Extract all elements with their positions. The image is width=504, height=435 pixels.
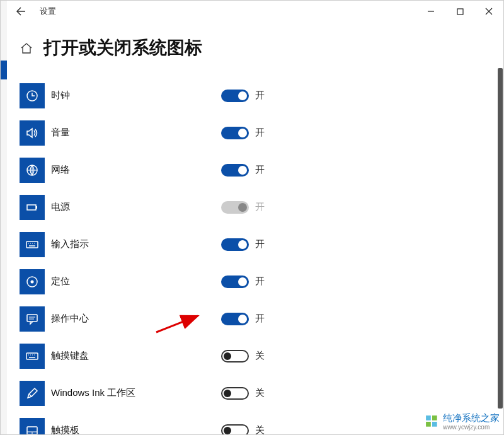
toggle-action-center[interactable] [221,313,249,325]
toggle-wrap: 关 [221,424,303,435]
svg-rect-4 [432,415,437,420]
toggle-clock[interactable] [221,90,249,102]
minimize-button[interactable] [416,1,445,22]
home-icon [20,42,33,54]
setting-row-touch-kbd: 触摸键盘关 [20,337,492,374]
setting-label: Windows Ink 工作区 [51,387,135,399]
toggle-wrap: 关 [221,350,303,362]
icon-tile [20,381,45,406]
toggle-wrap: 关 [221,387,303,400]
window-caption-buttons [416,1,503,22]
touchpad-icon [25,424,39,435]
icon-tile [20,418,45,435]
setting-label: 网络 [51,164,70,176]
toggle-wrap: 开 [221,164,303,177]
setting-label: 时钟 [51,90,70,102]
setting-row-clock: 时钟开 [20,77,492,114]
setting-label: 定位 [51,276,70,287]
toggle-state-label: 开 [255,127,265,139]
watermark-url: www.ycwjzy.com [443,424,500,431]
setting-row-volume: 音量开 [20,114,492,151]
setting-row-ink: Windows Ink 工作区关 [20,374,492,412]
globe-icon [25,163,39,177]
maximize-button[interactable] [445,1,474,22]
toggle-state-label: 开 [255,313,265,325]
setting-row-touchpad: 触摸板关 [20,412,492,434]
toggle-state-label: 开 [255,164,265,176]
toggle-state-label: 关 [255,387,265,399]
app-name: 设置 [35,6,56,17]
chat-icon [25,312,39,326]
toggle-input[interactable] [221,238,249,251]
annotation-arrow [154,310,204,335]
keyboard-icon [25,238,39,252]
toggle-wrap: 开 [221,127,303,139]
back-button[interactable] [7,1,35,22]
icon-tile [20,158,45,183]
toggle-network[interactable] [221,164,249,177]
setting-label: 触摸板 [51,424,79,434]
toggle-state-label: 开 [255,276,265,287]
toggle-wrap: 开 [221,238,303,251]
target-icon [25,275,39,289]
setting-row-action-center: 操作中心开 [20,300,492,337]
setting-row-power: 电源开 [20,188,492,226]
scrollbar-thumb[interactable] [498,68,503,409]
toggle-state-label: 开 [255,90,265,102]
toggle-power [221,201,249,214]
icon-tile [20,232,45,257]
toggle-state-label: 关 [255,350,265,362]
toggle-touch-kbd[interactable] [221,350,249,362]
icon-tile [20,120,45,146]
titlebar: 设置 [7,1,503,22]
setting-label: 电源 [51,201,70,213]
watermark-logo-icon [425,415,439,429]
battery-icon [25,200,39,214]
settings-window: 设置 打开或关闭系统图标 时钟开音量开网络开电源开输入指示开定位开操作中心开触摸… [7,1,503,434]
icon-tile [20,306,45,332]
icon-tile [20,83,45,108]
page-header: 打开或关闭系统图标 [7,22,503,70]
svg-rect-3 [426,415,431,420]
system-icons-list: 时钟开音量开网络开电源开输入指示开定位开操作中心开触摸键盘关Windows In… [7,67,503,434]
scroll-area: 时钟开音量开网络开电源开输入指示开定位开操作中心开触摸键盘关Windows In… [7,67,503,434]
svg-rect-5 [426,422,431,427]
toggle-volume[interactable] [221,127,249,139]
toggle-state-label: 开 [255,238,265,250]
toggle-wrap: 开 [221,276,303,288]
icon-tile [20,195,45,220]
icon-tile [20,269,45,294]
watermark: 纯净系统之家 www.ycwjzy.com [425,412,500,431]
toggle-ink[interactable] [221,387,249,400]
close-button[interactable] [474,1,503,22]
pen-icon [25,386,39,400]
maximize-icon [457,8,464,15]
toggle-wrap: 开 [221,201,303,214]
outer-left-strip [1,1,7,434]
svg-rect-1 [457,9,463,14]
clock-icon [25,89,39,103]
volume-icon [25,126,39,140]
svg-rect-6 [432,422,437,427]
icon-tile [20,344,45,369]
toggle-state-label: 关 [255,424,265,434]
toggle-wrap: 开 [221,90,303,102]
setting-row-network: 网络开 [20,151,492,188]
close-icon [485,8,493,15]
keyboard-icon [25,349,39,363]
toggle-wrap: 开 [221,313,303,325]
setting-label: 触摸键盘 [51,350,89,362]
svg-line-2 [156,316,198,332]
setting-label: 操作中心 [51,313,89,325]
setting-label: 输入指示 [51,238,89,250]
setting-row-location: 定位开 [20,263,492,300]
setting-label: 音量 [51,127,70,139]
toggle-location[interactable] [221,276,249,288]
back-arrow-icon [16,6,26,16]
home-button[interactable] [20,41,33,55]
setting-row-input: 输入指示开 [20,226,492,263]
toggle-state-label: 开 [255,201,265,213]
toggle-touchpad[interactable] [221,424,249,435]
minimize-icon [427,8,435,15]
page-title: 打开或关闭系统图标 [43,36,202,60]
